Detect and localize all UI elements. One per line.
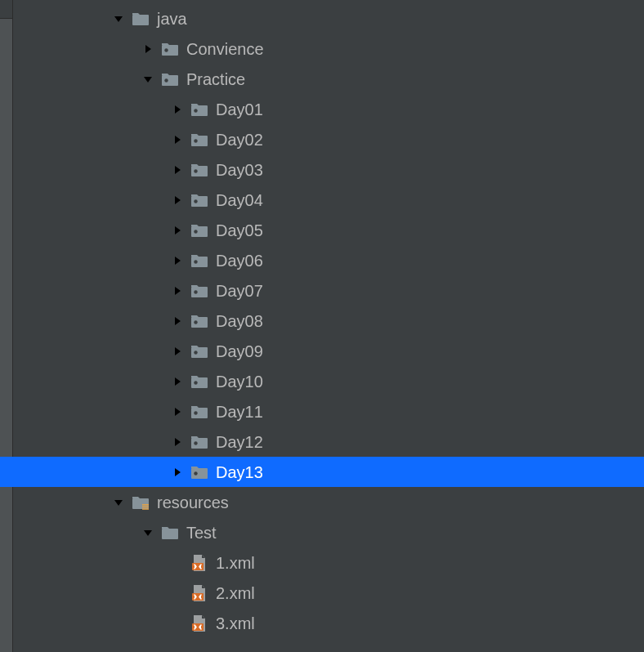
xml-file-icon	[190, 584, 209, 602]
tool-window-tab-stub[interactable]	[0, 0, 12, 19]
xml-file-icon	[190, 614, 209, 632]
tree-label: 2.xml	[216, 584, 255, 602]
tree-node-test[interactable]: Test	[21, 517, 644, 547]
tree-label: Day09	[216, 342, 263, 360]
tree-node-resources[interactable]: resources	[21, 487, 644, 517]
tree-label: Day03	[216, 161, 263, 179]
tree-node-day07[interactable]: Day07	[21, 275, 644, 306]
chevron-right-icon[interactable]	[168, 403, 186, 421]
chevron-down-icon[interactable]	[110, 10, 127, 28]
tree-node-practice[interactable]: Practice	[21, 64, 644, 94]
tree-node-day02[interactable]: Day02	[21, 124, 644, 154]
tree-node-day06[interactable]: Day06	[21, 245, 644, 275]
chevron-right-icon[interactable]	[168, 131, 186, 149]
package-folder-icon	[190, 191, 209, 209]
tree-label: Day02	[216, 131, 263, 149]
tree-node-java[interactable]: java	[21, 3, 644, 33]
package-folder-icon	[190, 161, 209, 179]
chevron-right-icon[interactable]	[168, 312, 186, 330]
chevron-right-icon[interactable]	[168, 463, 186, 481]
package-folder-icon	[190, 131, 209, 149]
tree-label: Day11	[216, 403, 263, 421]
tree-node-day08[interactable]: Day08	[21, 306, 644, 336]
tree-node-file-1xml[interactable]: 1.xml	[21, 547, 644, 578]
tree-node-day13[interactable]: Day13	[21, 457, 644, 487]
package-folder-icon	[190, 403, 209, 421]
tree-node-day11[interactable]: Day11	[21, 396, 644, 426]
tree-label: Day04	[216, 191, 263, 209]
chevron-right-icon[interactable]	[168, 373, 186, 391]
tree-node-day10[interactable]: Day10	[21, 366, 644, 396]
tool-window-gutter	[0, 0, 13, 652]
chevron-down-icon[interactable]	[139, 70, 157, 88]
package-folder-icon	[160, 70, 180, 88]
tree-node-day01[interactable]: Day01	[21, 94, 644, 124]
tree-label: Day07	[216, 282, 263, 300]
tree-node-day12[interactable]: Day12	[21, 426, 644, 457]
chevron-down-icon[interactable]	[110, 493, 127, 511]
tree-node-day05[interactable]: Day05	[21, 215, 644, 245]
tree-label: Practice	[186, 70, 245, 88]
tree-label: Day10	[216, 373, 263, 391]
package-folder-icon	[190, 282, 209, 300]
tree-label: Day05	[216, 221, 263, 239]
tree-label: Day12	[216, 433, 263, 451]
chevron-right-icon[interactable]	[139, 40, 157, 58]
tree-node-file-3xml[interactable]: 3.xml	[21, 608, 644, 638]
chevron-right-icon[interactable]	[168, 342, 186, 360]
folder-icon	[160, 524, 180, 542]
tree-label: Test	[186, 524, 217, 542]
package-folder-icon	[190, 373, 209, 391]
resources-folder-icon	[131, 493, 150, 511]
chevron-right-icon[interactable]	[168, 191, 186, 209]
package-folder-icon	[160, 40, 180, 58]
chevron-right-icon[interactable]	[168, 161, 186, 179]
chevron-right-icon[interactable]	[168, 282, 186, 300]
tree-label: Day06	[216, 252, 263, 270]
package-folder-icon	[190, 252, 209, 270]
tree-label: Convience	[186, 40, 264, 58]
chevron-right-icon[interactable]	[168, 252, 186, 270]
package-folder-icon	[190, 312, 209, 330]
tree-node-convience[interactable]: Convience	[21, 33, 644, 64]
package-folder-icon	[190, 433, 209, 451]
chevron-down-icon[interactable]	[139, 524, 157, 542]
chevron-right-icon[interactable]	[168, 433, 186, 451]
tree-label: Day13	[216, 463, 263, 481]
package-folder-icon	[190, 100, 209, 118]
tree-label: 1.xml	[216, 554, 255, 572]
tree-label: Day01	[216, 100, 263, 118]
chevron-right-icon[interactable]	[168, 100, 186, 118]
tree-node-day03[interactable]: Day03	[21, 154, 644, 185]
tree-label: 3.xml	[216, 614, 255, 632]
project-tree: java Convience Practice Day01 Day02 Day0…	[21, 3, 644, 638]
package-folder-icon	[190, 342, 209, 360]
tree-node-file-2xml[interactable]: 2.xml	[21, 578, 644, 608]
tree-node-day09[interactable]: Day09	[21, 336, 644, 366]
source-folder-icon	[131, 10, 150, 28]
tree-label: resources	[157, 493, 229, 511]
tree-node-day04[interactable]: Day04	[21, 185, 644, 215]
chevron-right-icon[interactable]	[168, 221, 186, 239]
package-folder-icon	[190, 221, 209, 239]
tree-label: Day08	[216, 312, 263, 330]
xml-file-icon	[190, 554, 209, 572]
package-folder-icon	[190, 463, 209, 481]
tree-label: java	[157, 10, 187, 28]
